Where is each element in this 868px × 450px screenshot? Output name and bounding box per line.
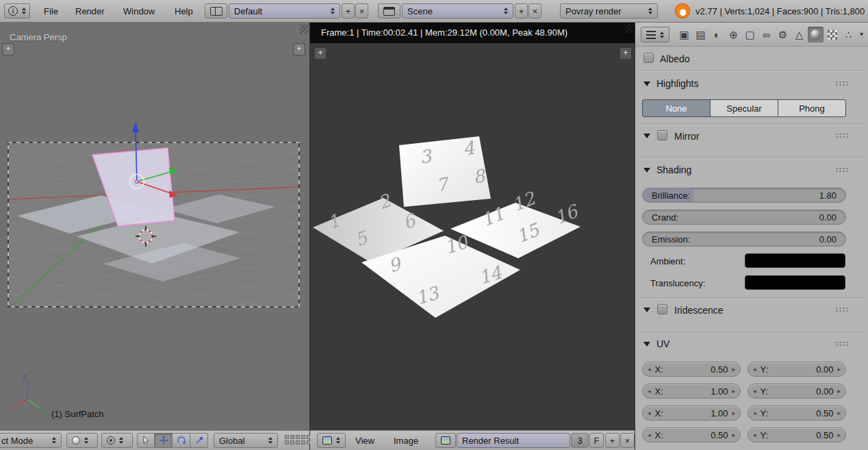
manipulator-rotate-button[interactable] [173,433,190,448]
menu-window[interactable]: Window [123,6,155,16]
layers-widget[interactable] [285,435,311,445]
tab-constraints[interactable]: ∞ [758,27,774,42]
viewport-shading-selector[interactable] [66,433,98,448]
panel-header-uv[interactable]: UV [643,338,669,350]
collapse-triangle-icon [643,168,650,173]
tab-object[interactable]: ▢ [742,27,758,42]
tab-world[interactable]: ⊕ [726,27,741,42]
region-expand-button[interactable]: + [620,47,632,60]
mirror-checkbox[interactable] [657,130,667,140]
highlights-option-none[interactable]: None [643,100,710,116]
panel-drag-handle[interactable] [835,81,849,86]
uv-x-field[interactable]: ◂ X: 1.00 ▸ [642,405,741,421]
decrement-icon[interactable]: ◂ [753,410,756,416]
transform-orientation-selector[interactable]: Global [214,433,278,448]
panel-drag-handle[interactable] [835,167,849,173]
close-icon: × [533,6,538,16]
screen-layout-icon [210,7,222,16]
decrement-icon[interactable]: ◂ [648,410,651,416]
editor-type-selector[interactable] [641,27,669,42]
increment-icon[interactable]: ▸ [732,432,735,438]
tab-object-data[interactable]: △ [791,27,807,42]
manipulator-scale-button[interactable] [190,433,208,448]
screen-layout-selector[interactable]: Default [229,3,340,18]
menu-render[interactable]: Render [75,6,105,16]
mode-selector[interactable]: ct Mode [0,433,62,448]
screen-layout-button[interactable] [205,3,227,18]
increment-icon[interactable]: ▸ [837,388,841,395]
new-image-button[interactable]: + [605,433,620,448]
highlights-option-phong[interactable]: Phong [778,100,845,116]
region-expand-button[interactable]: + [2,43,14,55]
tab-texture[interactable] [824,27,840,42]
uv-y-field[interactable]: ◂ Y: 0.00 ▸ [748,384,846,399]
uv-y-field[interactable]: ◂ Y: 0.00 ▸ [748,362,846,377]
manipulator-z-arrow[interactable] [132,122,139,132]
tab-scene[interactable]: ◐ [709,27,725,42]
menu-help[interactable]: Help [175,6,193,16]
image-datablock-field[interactable]: Render Result [457,433,570,448]
menu-view[interactable]: View [355,436,374,446]
albedo-checkbox[interactable] [643,53,654,63]
region-resize-grip[interactable] [625,24,634,33]
manipulator-translate-button[interactable] [155,433,173,448]
panel-header-mirror[interactable] [643,129,650,142]
render-slot-field[interactable]: 3 [571,433,589,448]
crand-slider[interactable]: Crand: 0.00 [642,210,846,225]
panel-drag-handle[interactable] [835,341,849,347]
image-browse-button[interactable] [435,433,456,448]
menu-file[interactable]: File [44,6,58,16]
decrement-icon[interactable]: ◂ [753,432,756,438]
increment-icon[interactable]: ▸ [732,388,735,395]
panel-drag-handle[interactable] [835,133,849,138]
delete-layout-button[interactable]: × [355,3,368,18]
emission-slider[interactable]: Emission: 0.00 [642,232,846,247]
add-scene-button[interactable]: + [515,3,528,18]
decrement-icon[interactable]: ◂ [648,388,651,395]
decrement-icon[interactable]: ◂ [753,366,756,373]
fake-user-button[interactable]: F [589,433,604,448]
ambient-color-swatch[interactable] [745,253,845,268]
iridescence-checkbox[interactable] [657,304,667,314]
increment-icon[interactable]: ▸ [837,432,841,438]
delete-scene-button[interactable]: × [528,3,541,18]
uv-x-field[interactable]: ◂ X: 1.00 ▸ [642,384,741,399]
chevron-updown-icon [504,8,508,14]
scene-browse-button[interactable] [378,3,400,18]
uv-y-field[interactable]: ◂ Y: 0.50 ▸ [748,427,846,442]
scene-selector[interactable]: Scene [402,3,513,18]
panel-header-shading[interactable]: Shading [643,164,691,176]
add-layout-button[interactable]: + [342,3,355,18]
panel-header-iridescence[interactable] [643,303,650,316]
increment-icon[interactable]: ▸ [732,366,735,373]
region-expand-button[interactable]: + [293,43,305,55]
uv-x-field[interactable]: ◂ X: 0.50 ▸ [642,427,741,442]
panel-header-highlights[interactable]: Highlights [643,77,698,90]
tab-particles[interactable]: ∴ [841,27,856,42]
decrement-icon[interactable]: ◂ [753,388,756,395]
increment-icon[interactable]: ▸ [837,410,841,416]
uv-y-field[interactable]: ◂ Y: 0.50 ▸ [748,405,846,421]
uv-x-field[interactable]: ◂ X: 0.50 ▸ [642,362,741,377]
tab-modifiers[interactable]: ⚙ [775,27,791,42]
tab-material[interactable] [808,27,824,42]
decrement-icon[interactable]: ◂ [648,366,651,373]
tab-render[interactable]: ▣ [676,27,692,42]
menu-image[interactable]: Image [394,436,418,446]
brilliance-slider[interactable]: Brilliance: 1.80 [642,188,846,203]
editor-type-selector[interactable] [317,433,346,448]
tab-render-layers[interactable]: ▤ [693,27,709,42]
decrement-icon[interactable]: ◂ [648,432,651,438]
increment-icon[interactable]: ▸ [837,366,841,373]
unlink-image-button[interactable]: × [620,433,635,448]
increment-icon[interactable]: ▸ [732,410,735,416]
panel-drag-handle[interactable] [835,307,849,312]
info-menu-button[interactable]: i [4,3,30,18]
render-engine-selector[interactable]: Povray render [560,3,658,18]
translucency-color-swatch[interactable] [745,275,845,290]
manipulator-pointer-button[interactable] [137,433,155,448]
pivot-center-selector[interactable] [101,433,133,448]
region-expand-button[interactable]: + [314,47,327,60]
highlights-option-specular[interactable]: Specular [711,100,778,116]
region-resize-grip[interactable] [300,25,309,34]
